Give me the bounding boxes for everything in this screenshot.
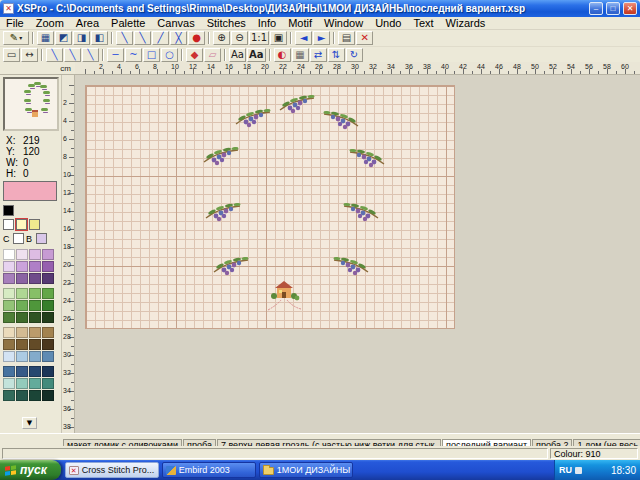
palette-color-swatch[interactable] [16,366,28,377]
color-wheel-tool[interactable]: ◐ [274,48,291,62]
menu-item-palette[interactable]: Palette [105,17,151,30]
zoom-in-tool[interactable]: ⊕ [213,31,230,45]
mirror-vertical-tool[interactable]: ⇅ [328,48,345,62]
menu-item-info[interactable]: Info [252,17,282,30]
color-swatch[interactable] [29,219,40,230]
backstitch-thick-tool[interactable]: ╲ [134,31,151,45]
menu-item-area[interactable]: Area [70,17,105,30]
backstitch-tool[interactable]: ╲ [116,31,133,45]
color-swatch[interactable] [3,205,14,216]
palette-color-swatch[interactable] [3,288,15,299]
grid-toggle[interactable]: ▦ [292,48,309,62]
palette-color-swatch[interactable] [29,312,41,323]
menu-item-canvas[interactable]: Canvas [151,17,200,30]
minimize-button[interactable]: – [589,2,603,15]
palette-color-swatch[interactable] [29,249,41,260]
color-swatch[interactable] [13,233,24,244]
menu-item-motif[interactable]: Motif [282,17,318,30]
longstitch-tool[interactable]: ╱ [152,31,169,45]
palette-color-swatch[interactable] [29,378,41,389]
move-tool[interactable]: ↔ [21,48,38,62]
document-tab[interactable]: макет домик с оливочками [63,439,182,446]
palette-color-swatch[interactable] [16,261,28,272]
zoom-actual-tool[interactable]: 1:1 [249,31,269,45]
palette-color-swatch[interactable] [42,288,54,299]
full-stitch-tool[interactable]: ▦ [37,31,54,45]
palette-color-swatch[interactable] [16,339,28,350]
color-swatch[interactable] [16,219,27,230]
backstitch-thin-style[interactable]: ╲ [46,48,63,62]
palette-color-swatch[interactable] [3,390,15,401]
half-stitch-tool[interactable]: ◩ [55,31,72,45]
pencil-tool[interactable]: ✎▾ [3,31,29,45]
print-button[interactable]: ▤ [338,31,355,45]
menu-item-file[interactable]: File [0,17,30,30]
palette-color-swatch[interactable] [29,300,41,311]
design-preview[interactable] [3,77,59,131]
palette-color-swatch[interactable] [16,378,28,389]
document-tab[interactable]: 7 верхн левая гроздь (с частью ниж ветки… [217,439,441,446]
palette-color-swatch[interactable] [3,312,15,323]
french-knot-tool[interactable]: ● [188,31,205,45]
palette-color-swatch[interactable] [3,378,15,389]
document-tab[interactable]: последний вариант [442,439,531,446]
current-color-swatch[interactable] [3,181,57,201]
palette-color-swatch[interactable] [42,378,54,389]
palette-color-swatch[interactable] [42,366,54,377]
palette-color-swatch[interactable] [42,339,54,350]
line-tool[interactable]: ─ [107,48,124,62]
palette-color-swatch[interactable] [3,261,15,272]
menu-item-window[interactable]: Window [318,17,369,30]
palette-color-swatch[interactable] [42,327,54,338]
select-tool[interactable]: ▭ [3,48,20,62]
palette-color-swatch[interactable] [42,300,54,311]
text-tool[interactable]: Aa [229,48,246,62]
pan-right-tool[interactable]: ► [313,31,330,45]
curve-tool[interactable]: ~ [125,48,142,62]
fill-tool[interactable]: ◆ [186,48,203,62]
palette-color-swatch[interactable] [16,273,28,284]
mirror-horizontal-tool[interactable]: ⇄ [310,48,327,62]
palette-color-swatch[interactable] [16,327,28,338]
palette-color-swatch[interactable] [42,390,54,401]
title-bar[interactable]: ✕ XSPro - C:\Documents and Settings\Rimm… [0,0,640,17]
palette-color-swatch[interactable] [29,366,41,377]
palette-color-swatch[interactable] [29,273,41,284]
canvas-viewport[interactable] [75,75,640,433]
palette-color-swatch[interactable] [3,273,15,284]
palette-color-swatch[interactable] [16,312,28,323]
rotate-tool[interactable]: ↻ [346,48,363,62]
palette-color-swatch[interactable] [16,390,28,401]
tray-icon[interactable] [575,467,582,474]
palette-color-swatch[interactable] [42,261,54,272]
document-tab[interactable]: проба [183,439,216,446]
maximize-button[interactable]: □ [606,2,620,15]
document-tab[interactable]: 1 дом (не весь для стыковки) [573,439,640,446]
language-indicator[interactable]: RU [559,465,572,475]
pan-left-tool[interactable]: ◄ [295,31,312,45]
palette-color-swatch[interactable] [16,288,28,299]
palette-color-swatch[interactable] [29,288,41,299]
palette-color-swatch[interactable] [42,351,54,362]
palette-color-swatch[interactable] [3,366,15,377]
palette-color-swatch[interactable] [16,300,28,311]
backstitch-heavy-style[interactable]: ╲ [82,48,99,62]
backstitch-medium-style[interactable]: ╲ [64,48,81,62]
cross-backstitch-tool[interactable]: ╳ [170,31,187,45]
palette-color-swatch[interactable] [29,390,41,401]
taskbar-task[interactable]: Embird 2003 [162,462,256,478]
three-quarter-stitch-tool[interactable]: ◨ [73,31,90,45]
start-button[interactable]: пуск [0,460,61,480]
palette-scroll-down-button[interactable]: ▼ [22,417,37,429]
color-swatch[interactable] [3,219,14,230]
palette-color-swatch[interactable] [29,339,41,350]
stitch-grid[interactable] [85,85,455,329]
palette-color-swatch[interactable] [3,339,15,350]
taskbar-task[interactable]: Cross Stitch Pro... [65,462,159,478]
color-swatch[interactable] [36,233,47,244]
palette-color-swatch[interactable] [42,312,54,323]
palette-color-swatch[interactable] [29,261,41,272]
eraser-tool[interactable]: ▱ [204,48,221,62]
quarter-stitch-tool[interactable]: ◧ [91,31,108,45]
taskbar-task[interactable]: 1МОИ ДИЗАЙНЫ [259,462,353,478]
